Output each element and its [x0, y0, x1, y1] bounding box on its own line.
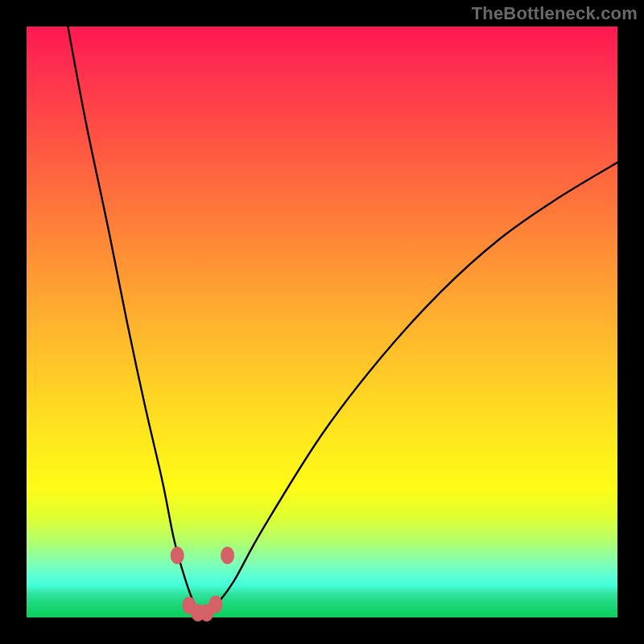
curve-marker [171, 547, 184, 564]
curve-marker [208, 596, 222, 613]
curve-marker [221, 547, 234, 564]
chart-svg [27, 27, 617, 617]
chart-frame: TheBottleneck.com [0, 0, 644, 644]
bottleneck-curve [68, 27, 617, 616]
curve-markers [171, 547, 234, 621]
chart-plot-area [27, 27, 617, 617]
watermark-text: TheBottleneck.com [472, 3, 638, 24]
